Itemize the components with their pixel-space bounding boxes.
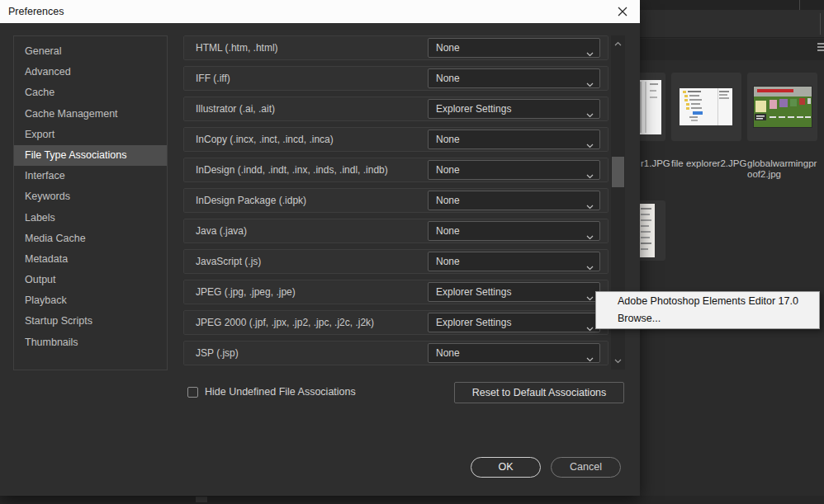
menu-item-label: Browse... — [618, 313, 661, 324]
association-dropdown[interactable]: None — [428, 160, 600, 180]
sidebar-item-label: Export — [25, 129, 54, 140]
chevron-down-icon — [586, 106, 594, 121]
association-row: JavaScript (.js) None — [183, 249, 609, 274]
chevron-down-icon — [586, 228, 594, 243]
association-dropdown[interactable]: Explorer Settings — [428, 99, 600, 119]
thumbnail-label: r1.JPG — [641, 158, 670, 168]
dropdown-value: None — [436, 344, 460, 362]
chevron-up-icon[interactable] — [611, 38, 625, 49]
file-type-label: Java (.java) — [196, 219, 247, 243]
close-icon[interactable] — [611, 2, 634, 21]
sidebar-item-label: Metadata — [25, 253, 68, 265]
chevron-down-icon — [586, 167, 594, 182]
scrollbar-fragment[interactable] — [196, 497, 207, 502]
app-bottom-strip — [0, 496, 824, 504]
sidebar-item[interactable]: Media Cache — [14, 228, 167, 249]
sidebar-item[interactable]: Playback — [14, 290, 167, 311]
scrollbar-thumb[interactable] — [612, 157, 624, 187]
hide-undefined-label: Hide Undefined File Associations — [205, 386, 356, 398]
association-row: JPEG 2000 (.jpf, .jpx, .jp2, .jpc, .j2c,… — [183, 310, 609, 335]
chevron-down-icon — [586, 137, 594, 152]
sidebar-item-label: Keywords — [25, 191, 70, 202]
chevron-down-icon — [586, 76, 594, 91]
menu-item[interactable]: Adobe Photoshop Elements Editor 17.0 — [596, 293, 819, 310]
thumbnail-image — [637, 80, 661, 134]
sidebar-item[interactable]: Cache Management — [14, 104, 167, 125]
thumbnail-file-explorer2[interactable] — [671, 73, 741, 141]
thumbnail-label: globalwarmingproof2.jpg — [747, 158, 820, 180]
preferences-dialog: Preferences General Advanced Cache Cache… — [0, 0, 640, 496]
sidebar-item[interactable]: Metadata — [14, 249, 167, 270]
hide-undefined-checkbox[interactable] — [187, 387, 198, 398]
thumbnail-image — [753, 86, 812, 128]
reset-to-default-button[interactable]: Reset to Default Associations — [454, 382, 624, 403]
association-row: HTML (.htm, .html) None — [183, 35, 609, 60]
thumbnail-image — [638, 204, 655, 257]
file-type-label: Illustrator (.ai, .ait) — [196, 97, 275, 120]
association-row: InDesign Package (.idpk) None — [183, 188, 609, 213]
association-dropdown[interactable]: None — [428, 68, 600, 88]
association-row: JSP (.jsp) None — [183, 341, 609, 365]
sidebar-item[interactable]: General — [14, 41, 167, 62]
hamburger-icon[interactable] — [817, 43, 824, 53]
hide-undefined-row: Hide Undefined File Associations — [187, 386, 356, 398]
file-type-label: InCopy (.incx, .inct, .incd, .inca) — [196, 128, 334, 151]
sidebar-item-label: General — [25, 45, 61, 57]
menu-item[interactable]: Browse... — [596, 310, 819, 327]
file-type-label: JSP (.jsp) — [196, 341, 239, 365]
sidebar-item[interactable]: Keywords — [14, 186, 167, 207]
sidebar-item[interactable]: Output — [14, 270, 167, 290]
sidebar-item[interactable]: File Type Associations — [14, 145, 167, 166]
association-dropdown[interactable]: None — [428, 191, 600, 210]
association-row: Java (.java) None — [183, 219, 609, 243]
association-dropdown[interactable]: None — [428, 221, 600, 241]
file-type-label: InDesign Package (.idpk) — [196, 189, 306, 212]
thumbnail-label: file explorer2.JPG — [671, 158, 741, 168]
chevron-down-icon[interactable] — [611, 356, 625, 367]
sidebar-item-label: Labels — [25, 212, 55, 224]
file-type-label: HTML (.htm, .html) — [196, 36, 278, 59]
ok-button[interactable]: OK — [471, 457, 541, 478]
sidebar-item-label: File Type Associations — [25, 149, 126, 161]
screen: r1.JPG file explorer2.JPG globalwarmingp… — [0, 0, 824, 504]
sidebar-item[interactable]: Thumbnails — [14, 332, 167, 353]
sidebar-item[interactable]: Export — [14, 125, 167, 145]
sidebar-item-label: Cache Management — [25, 108, 118, 120]
association-dropdown[interactable]: None — [428, 130, 600, 149]
thumbnail-image — [680, 88, 732, 125]
sidebar-item[interactable]: Cache — [14, 82, 167, 103]
dropdown-value: None — [436, 252, 460, 271]
file-type-label: IFF (.iff) — [196, 67, 230, 90]
cancel-button[interactable]: Cancel — [551, 457, 621, 478]
dropdown-value: Explorer Settings — [436, 100, 511, 118]
association-dropdown[interactable]: None — [428, 252, 600, 271]
association-dropdown[interactable]: None — [428, 38, 600, 58]
chevron-down-icon — [586, 351, 594, 365]
sidebar-item[interactable]: Startup Scripts — [14, 311, 167, 332]
thumbnail-globalwarming[interactable] — [747, 73, 817, 141]
chevron-down-icon — [586, 45, 594, 60]
file-type-association-list: HTML (.htm, .html) None IFF (.iff) None — [183, 35, 609, 370]
file-type-label: JPEG 2000 (.jpf, .jpx, .jp2, .jpc, .j2c,… — [196, 311, 374, 334]
association-row: IFF (.iff) None — [183, 66, 609, 91]
dropdown-value: None — [436, 222, 460, 240]
dialog-titlebar: Preferences — [0, 0, 640, 23]
association-dropdown[interactable]: Explorer Settings — [428, 313, 600, 332]
dialog-title: Preferences — [8, 6, 64, 17]
dropdown-value: None — [436, 130, 460, 148]
file-type-label: InDesign (.indd, .indt, .inx, .inds, .in… — [196, 158, 388, 181]
chevron-down-icon — [586, 320, 594, 335]
association-dropdown[interactable]: None — [428, 343, 600, 363]
sidebar-item[interactable]: Labels — [14, 208, 167, 228]
file-type-label: JavaScript (.js) — [196, 250, 261, 273]
dropdown-value: None — [436, 161, 460, 179]
chevron-down-icon — [586, 198, 594, 213]
dropdown-value: None — [436, 191, 460, 210]
sidebar-item[interactable]: Interface — [14, 166, 167, 186]
sidebar-item-label: Startup Scripts — [25, 315, 92, 327]
association-dropdown[interactable]: Explorer Settings — [428, 282, 600, 302]
preferences-category-list: General Advanced Cache Cache Management … — [13, 35, 168, 370]
dropdown-value: Explorer Settings — [436, 283, 511, 301]
sidebar-item-label: Output — [25, 274, 56, 285]
sidebar-item[interactable]: Advanced — [14, 62, 167, 82]
